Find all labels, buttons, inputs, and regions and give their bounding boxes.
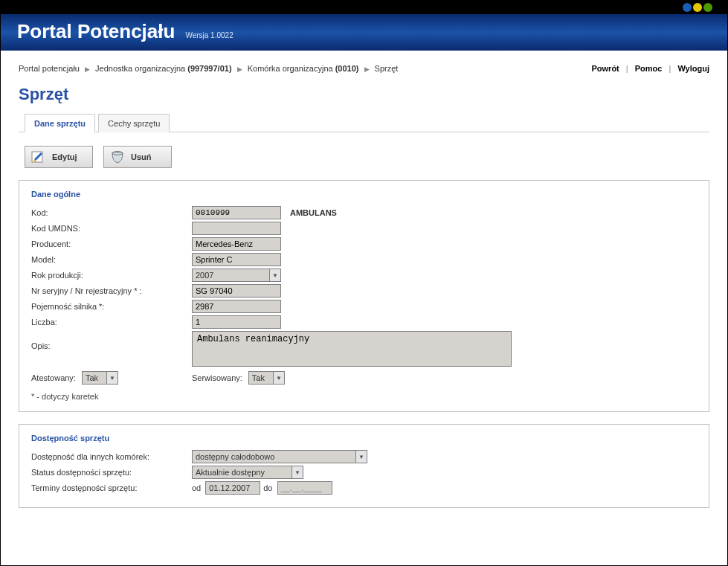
label-nr-ser: Nr seryjny / Nr rejestracyjny * : — [31, 286, 192, 295]
label-producent: Producent: — [31, 239, 192, 248]
edit-button-label: Edytuj — [52, 152, 77, 161]
breadcrumb-cell[interactable]: Komórka organizacyjna (0010) — [248, 64, 361, 73]
label-kod: Kod: — [31, 208, 192, 217]
value-atestowany-select[interactable]: Tak ▼ — [82, 371, 118, 385]
breadcrumb: Portal potencjału ▶ Jednostka organizacy… — [19, 64, 398, 73]
dot-icon — [693, 3, 702, 12]
value-kod-umdns — [192, 222, 281, 235]
app-version: Wersja 1.0022 — [185, 31, 233, 39]
value-liczba: 1 — [192, 315, 281, 329]
topbar — [1, 1, 727, 14]
delete-button-label: Usuń — [131, 152, 152, 161]
label-status: Status dostępności sprzętu: — [31, 468, 192, 477]
value-producent: Mercedes-Benz — [192, 237, 281, 251]
label-terminy: Terminy dostępności sprzętu: — [31, 483, 192, 492]
general-note: * - dotyczy karetek — [31, 392, 697, 401]
value-kod: 0010999 — [192, 206, 281, 219]
chevron-down-icon: ▼ — [291, 466, 303, 478]
value-pojemnosc: 2987 — [192, 300, 281, 313]
label-atestowany: Atestowany: — [31, 373, 76, 382]
label-serwisowany: Serwisowany: — [192, 373, 242, 382]
value-serwisowany-select[interactable]: Tak ▼ — [248, 371, 285, 385]
app-title: Portal Potencjału — [17, 20, 175, 43]
help-link[interactable]: Pomoc — [635, 64, 663, 73]
separator: | — [626, 64, 628, 73]
value-nr-ser: SG 97040 — [192, 284, 281, 298]
value-rok-select[interactable]: 2007 ▼ — [192, 268, 281, 282]
toolbar: Edytuj Usuń — [19, 146, 709, 168]
section-availability-legend: Dostępność sprzętu — [31, 434, 697, 443]
chevron-right-icon: ▶ — [85, 65, 90, 73]
value-status-select[interactable]: Aktualnie dostępny ▼ — [192, 466, 303, 479]
chevron-down-icon: ▼ — [355, 451, 367, 463]
app-frame: Portal Potencjału Wersja 1.0022 Portal p… — [0, 0, 728, 566]
value-model: Sprinter C — [192, 253, 281, 266]
value-dla-innych: dostępny całodobowo — [196, 452, 355, 461]
label-opis: Opis: — [31, 331, 192, 350]
back-link[interactable]: Powrót — [591, 64, 619, 73]
trash-icon — [110, 149, 125, 164]
label-od: od — [192, 483, 201, 492]
separator: | — [669, 64, 671, 73]
breadcrumb-leaf: Sprzęt — [375, 64, 399, 73]
section-availability: Dostępność sprzętu Dostępność dla innych… — [19, 424, 709, 508]
value-opis: Ambulans reanimacyjny — [192, 331, 512, 367]
value-date-from[interactable]: 01.12.2007 — [205, 481, 260, 495]
label-dla-innych: Dostępność dla innych komórek: — [31, 452, 192, 461]
edit-icon — [31, 149, 46, 164]
label-kod-umdns: Kod UMDNS: — [31, 224, 192, 233]
chevron-down-icon: ▼ — [273, 372, 284, 384]
delete-button[interactable]: Usuń — [103, 146, 172, 168]
tab-dane-sprzetu[interactable]: Dane sprzętu — [25, 114, 95, 132]
page-title: Sprzęt — [19, 85, 709, 104]
chevron-down-icon: ▼ — [269, 269, 280, 281]
dot-icon — [683, 3, 692, 12]
breadcrumb-cell-label: Komórka organizacyjna — [248, 64, 333, 73]
tabs: Dane sprzętu Cechy sprzętu — [19, 113, 709, 132]
breadcrumb-cell-code: (0010) — [335, 64, 359, 73]
breadcrumb-unit[interactable]: Jednostka organizacyjna (997997/01) — [95, 64, 234, 73]
value-serwisowany: Tak — [252, 373, 273, 382]
app-header: Portal Potencjału Wersja 1.0022 — [1, 14, 727, 51]
label-liczba: Liczba: — [31, 318, 192, 327]
dot-icon — [703, 3, 712, 12]
breadcrumb-unit-code: (997997/01) — [187, 64, 231, 73]
breadcrumb-unit-label: Jednostka organizacyjna — [95, 64, 185, 73]
label-do: do — [263, 483, 272, 492]
section-general: Dane ogólne Kod: 0010999 AMBULANS Kod UM… — [19, 180, 709, 412]
tab-cechy-sprzetu[interactable]: Cechy sprzętu — [98, 114, 170, 132]
top-right-actions: Powrót | Pomoc | Wyloguj — [591, 64, 709, 73]
section-general-legend: Dane ogólne — [31, 190, 697, 199]
chevron-down-icon: ▼ — [106, 372, 117, 384]
value-status: Aktualnie dostępny — [196, 468, 291, 477]
edit-button[interactable]: Edytuj — [25, 146, 93, 168]
value-rok: 2007 — [196, 271, 269, 280]
breadcrumb-root[interactable]: Portal potencjału — [19, 64, 80, 73]
label-pojemnosc: Pojemność silnika *: — [31, 302, 192, 311]
value-dla-innych-select[interactable]: dostępny całodobowo ▼ — [192, 450, 367, 463]
chevron-right-icon: ▶ — [364, 65, 370, 73]
value-atestowany: Tak — [86, 373, 106, 382]
value-date-to[interactable]: __.__.____ — [277, 481, 332, 495]
chevron-right-icon: ▶ — [237, 65, 242, 73]
logo-dots — [683, 3, 712, 12]
value-kod-side: AMBULANS — [290, 208, 337, 217]
label-model: Model: — [31, 255, 192, 264]
label-rok: Rok produkcji: — [31, 271, 192, 280]
logout-link[interactable]: Wyloguj — [677, 64, 709, 73]
